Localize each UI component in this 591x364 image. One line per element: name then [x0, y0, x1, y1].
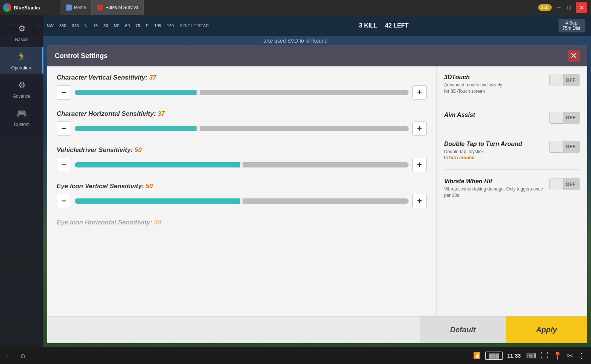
- title-bar-right: 310 ─ □ ✕: [538, 2, 591, 13]
- horizontal-sensitivity-label: Character Horizontal Sensitivity: 37: [57, 110, 427, 118]
- menu-button[interactable]: ⋮: [578, 351, 585, 360]
- app-name: BlueStacks: [14, 5, 40, 11]
- maximize-button[interactable]: □: [566, 5, 572, 11]
- advance-icon: ⚙: [15, 78, 29, 92]
- vehicle-sensitivity-value: 50: [134, 146, 142, 154]
- home-button[interactable]: ⌂: [21, 351, 25, 360]
- vibrate-state: OFF: [564, 181, 580, 187]
- minimize-button[interactable]: ─: [556, 5, 562, 11]
- tab-home-label: Home: [74, 5, 86, 10]
- 3dtouch-text: 3DTouch Advanced modes exclusivelyfor 3D…: [444, 74, 546, 95]
- sidebar-item-custom[interactable]: 🎮 Custom: [0, 104, 43, 130]
- bluestacks-icon: [3, 3, 11, 12]
- coin-display: 310: [538, 4, 552, 11]
- vehicle-sensitivity-track[interactable]: [75, 162, 409, 167]
- double-tap-text: Double Tap to Turn Around Double-tap Joy…: [444, 141, 546, 161]
- app-logo: BlueStacks: [0, 3, 60, 12]
- settings-left: Character Vertical Sensitivity: 37 − +: [47, 66, 436, 316]
- panel-title: Control Settings: [55, 52, 108, 60]
- sidebar-item-operation[interactable]: 🏃 Operation: [0, 47, 43, 74]
- double-tap-desc: Double-tap Joystickto turn around: [444, 149, 546, 161]
- panel-header: Control Settings ✕: [47, 45, 587, 66]
- divider-2: [444, 132, 580, 132]
- eye-sensitivity-value: 50: [146, 183, 153, 190]
- horizontal-sensitivity-fill: [75, 126, 198, 131]
- divider-3: [444, 169, 580, 170]
- horizontal-sensitivity-track[interactable]: [75, 126, 409, 131]
- screen-button[interactable]: ⛶: [541, 351, 548, 360]
- vibrate-title: Vibrate When Hit: [444, 178, 546, 185]
- eye-sensitivity-fill: [75, 198, 242, 204]
- double-tap-toggle[interactable]: OFF: [549, 141, 580, 153]
- horizontal-sensitivity-minus[interactable]: −: [57, 121, 71, 136]
- eye-sensitivity-minus[interactable]: −: [57, 194, 71, 208]
- default-button[interactable]: Default: [420, 316, 506, 343]
- modal-area: Control Settings ✕ Character Vertical Se…: [43, 15, 591, 347]
- 3dtouch-state: OFF: [564, 77, 580, 83]
- setting-horizontal-sensitivity: Character Horizontal Sensitivity: 37 − +: [57, 110, 427, 136]
- vibrate-toggle[interactable]: OFF: [549, 178, 580, 190]
- taskbar-left: ← ⌂: [6, 351, 25, 360]
- vertical-sensitivity-minus[interactable]: −: [57, 85, 71, 100]
- panel-body: Character Vertical Sensitivity: 37 − +: [47, 66, 587, 316]
- wifi-icon: 📶: [473, 352, 481, 359]
- close-button[interactable]: ✕: [576, 2, 587, 13]
- vehicle-sensitivity-thumb[interactable]: [240, 162, 244, 167]
- extra-label: Eye Icon Horizontal Sensitivity: 50: [57, 219, 427, 226]
- vibrate-knob: [549, 178, 564, 190]
- left-sidebar: ⚙ Basics 🏃 Operation ⚙ Advance 🎮 Custom: [0, 15, 43, 347]
- vehicle-sensitivity-plus[interactable]: +: [412, 158, 427, 172]
- horizontal-sensitivity-slider-row: − +: [57, 121, 427, 136]
- tab-home[interactable]: Home: [60, 0, 92, 15]
- eye-sensitivity-thumb[interactable]: [240, 198, 244, 204]
- sidebar-custom-label: Custom: [14, 122, 29, 127]
- settings-right: 3DTouch Advanced modes exclusivelyfor 3D…: [436, 66, 587, 316]
- 3dtouch-title: 3DTouch: [444, 74, 546, 81]
- eye-sensitivity-slider-row: − +: [57, 194, 427, 208]
- time-display: 11:33: [507, 353, 521, 359]
- sidebar-item-advance[interactable]: ⚙ Advance: [0, 75, 43, 102]
- apply-button[interactable]: Apply: [506, 316, 587, 343]
- sidebar-advance-label: Advance: [13, 94, 31, 99]
- vertical-sensitivity-track[interactable]: [75, 90, 409, 95]
- double-tap-knob: [549, 141, 564, 153]
- scissors-button[interactable]: ✂: [567, 351, 573, 360]
- game-tab-icon: [97, 5, 103, 11]
- panel-close-button[interactable]: ✕: [568, 50, 580, 62]
- toggle-double-tap: Double Tap to Turn Around Double-tap Joy…: [444, 141, 580, 161]
- setting-vertical-sensitivity: Character Vertical Sensitivity: 37 − +: [57, 74, 427, 100]
- toggle-vibrate: Vibrate When Hit Vibrates when taking da…: [444, 178, 580, 199]
- tab-game[interactable]: Rules of Surviva: [92, 0, 144, 15]
- control-panel: Control Settings ✕ Character Vertical Se…: [47, 45, 587, 343]
- vehicle-sensitivity-fill: [75, 162, 242, 167]
- aim-assist-toggle[interactable]: OFF: [549, 112, 580, 124]
- 3dtouch-toggle[interactable]: OFF: [549, 74, 580, 86]
- sidebar-item-basics[interactable]: ⚙ Basics: [0, 19, 43, 45]
- eye-sensitivity-plus[interactable]: +: [412, 194, 427, 208]
- horizontal-sensitivity-plus[interactable]: +: [412, 121, 427, 136]
- eye-sensitivity-track[interactable]: [75, 198, 409, 204]
- location-button[interactable]: 📍: [553, 351, 562, 360]
- title-bar: BlueStacks Home Rules of Surviva 310 ─ □…: [0, 0, 591, 15]
- vehicle-sensitivity-label: Vehicledriver Sensitivity: 50: [57, 146, 427, 154]
- vertical-sensitivity-label: Character Vertical Sensitivity: 37: [57, 74, 427, 81]
- double-tap-state: OFF: [564, 144, 580, 149]
- panel-footer: Default Apply: [47, 316, 587, 343]
- vibrate-text: Vibrate When Hit Vibrates when taking da…: [444, 178, 546, 199]
- aim-assist-text: Aim Assist: [444, 112, 546, 118]
- vehicle-sensitivity-minus[interactable]: −: [57, 158, 71, 172]
- setting-eye-sensitivity: Eye Icon Vertical Sensitivity: 50 − +: [57, 183, 427, 208]
- 3dtouch-knob: [549, 74, 564, 86]
- aim-assist-state: OFF: [564, 115, 580, 120]
- divider-1: [444, 103, 580, 103]
- taskbar-right: 📶 ▓▓▓ 11:33 ⌨ ⛶ 📍 ✂ ⋮: [473, 351, 585, 360]
- double-tap-title: Double Tap to Turn Around: [444, 141, 546, 147]
- vertical-sensitivity-plus[interactable]: +: [412, 85, 427, 100]
- horizontal-sensitivity-thumb[interactable]: [196, 126, 200, 131]
- keyboard-button[interactable]: ⌨: [525, 351, 536, 360]
- tab-game-label: Rules of Surviva: [105, 5, 138, 10]
- vertical-sensitivity-thumb[interactable]: [196, 90, 200, 95]
- back-button[interactable]: ←: [6, 351, 13, 360]
- basics-icon: ⚙: [15, 22, 29, 35]
- eye-sensitivity-label: Eye Icon Vertical Sensitivity: 50: [57, 183, 427, 190]
